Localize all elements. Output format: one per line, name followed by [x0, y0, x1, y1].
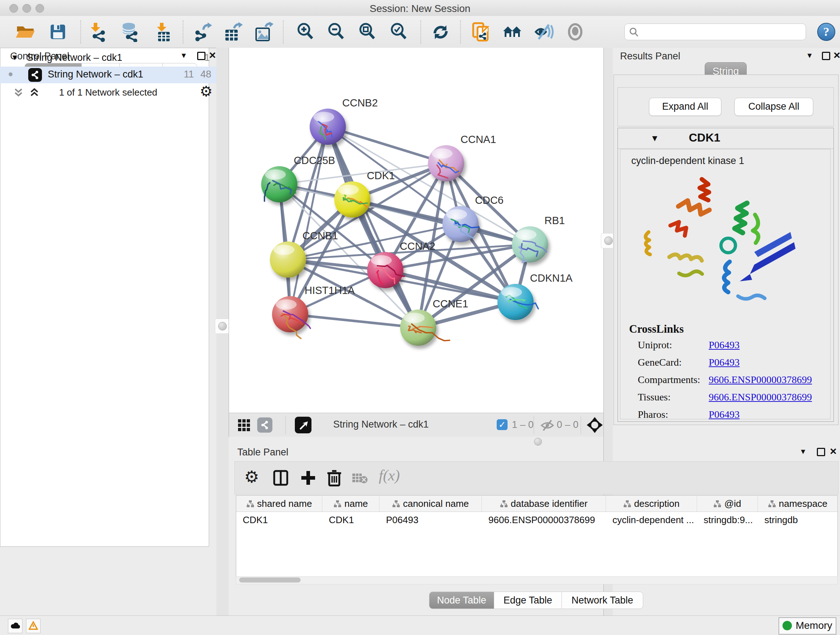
- clone-network-icon[interactable]: [470, 22, 491, 42]
- crosslink-value-link[interactable]: 9606.ENSP00000378699: [709, 374, 812, 385]
- grid-view-icon[interactable]: [238, 419, 251, 432]
- main-toolbar: ?: [0, 16, 840, 48]
- export-table-icon[interactable]: [223, 22, 243, 42]
- collection-expand-icon[interactable]: ▼: [11, 53, 19, 62]
- column-header[interactable]: shared name: [236, 496, 322, 511]
- column-header[interactable]: database identifier: [482, 496, 606, 511]
- table-panel-float-icon[interactable]: ▼: [799, 448, 807, 456]
- cell-shared-name[interactable]: CDK1: [236, 512, 322, 528]
- network-row[interactable]: ● String Network – cdk1 11 48: [0, 67, 216, 83]
- cell-name[interactable]: CDK1: [322, 512, 379, 528]
- cell-database-identifier[interactable]: 9606.ENSP00000378699: [482, 512, 606, 528]
- cloud-button[interactable]: [8, 619, 22, 633]
- node-label-CCNB2: CCNB2: [342, 97, 378, 109]
- node-CCNA1[interactable]: CCNA1: [428, 134, 496, 181]
- crosslink-row: Uniprot:P06493: [638, 339, 826, 351]
- refresh-icon[interactable]: [431, 22, 451, 42]
- column-header[interactable]: namespace: [758, 496, 837, 511]
- save-session-icon[interactable]: [48, 22, 68, 42]
- import-network-database-icon[interactable]: [120, 22, 141, 42]
- crosslink-value-link[interactable]: 9606.ENSP00000378699: [709, 391, 812, 402]
- zoom-out-icon[interactable]: [326, 22, 347, 42]
- table-horizontal-scrollbar[interactable]: [236, 576, 838, 584]
- export-image-icon[interactable]: [254, 22, 274, 42]
- warning-button[interactable]: [26, 619, 41, 633]
- column-header[interactable]: description: [606, 496, 697, 511]
- crosslink-value-link[interactable]: P06493: [709, 356, 740, 368]
- search-input[interactable]: [641, 25, 802, 38]
- cell-namespace[interactable]: stringdb: [758, 512, 837, 528]
- table-row[interactable]: CDK1 CDK1 P06493 9606.ENSP00000378699 cy…: [236, 512, 837, 528]
- entry-collapse-icon[interactable]: ▼: [651, 133, 659, 143]
- detach-view-icon[interactable]: [295, 417, 311, 433]
- add-column-icon[interactable]: [300, 470, 317, 486]
- delete-table-icon: [352, 472, 368, 484]
- network-view-toolbar: String Network – cdk1 ✓ 1 – 0 0 – 0: [229, 413, 604, 437]
- tab-network-table[interactable]: Network Table: [561, 592, 643, 609]
- show-hide-graphics-icon[interactable]: [534, 22, 554, 42]
- zoom-fit-icon[interactable]: [357, 22, 378, 42]
- function-builder-icon: f(x): [379, 467, 400, 484]
- birds-eye-view-icon[interactable]: [586, 417, 603, 433]
- help-icon[interactable]: ?: [817, 22, 836, 41]
- import-network-file-icon[interactable]: [88, 22, 109, 42]
- node-CCNE1[interactable]: CCNE1: [400, 298, 468, 346]
- delete-column-icon[interactable]: [326, 469, 343, 487]
- node-gloss-highlight: [515, 230, 537, 240]
- import-table-icon[interactable]: [152, 22, 172, 42]
- memory-button[interactable]: Memory: [778, 617, 836, 635]
- network-canvas[interactable]: CCNB2CCNA1CDC25BCDK1CDC6RB1CCNB1CCNA2CDK…: [229, 48, 604, 413]
- node-label-CDC6: CDC6: [475, 195, 504, 206]
- network-options-gear-icon[interactable]: ⚙: [200, 84, 213, 98]
- node-CDKN1A[interactable]: CDKN1A: [497, 272, 573, 320]
- table-panel-close-icon[interactable]: ×: [830, 448, 837, 455]
- scrollbar-thumb[interactable]: [239, 578, 301, 583]
- tab-edge-table[interactable]: Edge Table: [494, 592, 562, 609]
- selected-checkbox-icon[interactable]: ✓: [497, 419, 508, 430]
- cell-id[interactable]: stringdb:9...: [697, 512, 758, 528]
- table-toolbar: ⚙ f(x): [234, 461, 838, 494]
- cell-description[interactable]: cyclin-dependent ...: [606, 512, 697, 528]
- table-gear-icon[interactable]: ⚙: [244, 470, 259, 484]
- hidden-eye-icon[interactable]: [565, 22, 585, 42]
- cell-canonical-name[interactable]: P06493: [379, 512, 482, 528]
- open-session-icon[interactable]: [15, 22, 35, 42]
- results-panel-float-icon[interactable]: ▼: [806, 51, 813, 60]
- results-panel-title: Results Panel: [620, 51, 681, 62]
- node-label-CCNE1: CCNE1: [433, 298, 468, 310]
- node-gloss-highlight: [313, 112, 334, 122]
- left-splitter-handle[interactable]: [215, 318, 230, 334]
- net-toolbar-separator: [286, 416, 286, 434]
- results-panel-maximize-icon[interactable]: [822, 52, 830, 60]
- crosslink-value-link[interactable]: P06493: [709, 409, 740, 420]
- string-app-icon: [28, 68, 42, 82]
- first-neighbors-icon[interactable]: [502, 22, 523, 42]
- search-field[interactable]: [624, 24, 806, 40]
- column-header[interactable]: @id: [697, 496, 758, 511]
- edge-CCNB2-CCNA1[interactable]: [328, 127, 446, 163]
- results-panel-close-icon[interactable]: ×: [834, 51, 840, 59]
- expand-all-button[interactable]: Expand All: [649, 98, 722, 116]
- zoom-selected-icon[interactable]: [389, 22, 409, 42]
- net-toolbar-separator: [534, 416, 534, 434]
- tab-node-table[interactable]: Node Table: [429, 592, 494, 609]
- node-RB1[interactable]: RB1: [512, 215, 565, 263]
- show-columns-icon[interactable]: [272, 470, 289, 486]
- node-HIST1H1A[interactable]: HIST1H1A: [272, 285, 355, 339]
- left-splitter[interactable]: [216, 48, 229, 616]
- collapse-all-button[interactable]: Collapse All: [734, 98, 813, 116]
- zoom-in-icon[interactable]: [295, 22, 316, 42]
- table-panel-maximize-icon[interactable]: [817, 448, 825, 456]
- network-share-view-icon[interactable]: [257, 417, 272, 432]
- network-graph[interactable]: CCNB2CCNA1CDC25BCDK1CDC6RB1CCNB1CCNA2CDK…: [229, 48, 604, 413]
- horizontal-splitter-handle[interactable]: [534, 438, 542, 446]
- crosslink-value-link[interactable]: P06493: [709, 339, 740, 350]
- network-collection-row[interactable]: ▼ String Network – cdk1 1: [0, 50, 216, 67]
- export-network-icon[interactable]: [193, 22, 213, 42]
- entry-gene-name: CDK1: [689, 131, 720, 144]
- result-entry-header[interactable]: ▼ CDK1: [618, 128, 834, 149]
- column-header[interactable]: name: [322, 496, 379, 511]
- column-tree-icon: [333, 500, 341, 508]
- column-header[interactable]: canonical name: [379, 496, 482, 511]
- node-CCNB1[interactable]: CCNB1: [270, 230, 338, 278]
